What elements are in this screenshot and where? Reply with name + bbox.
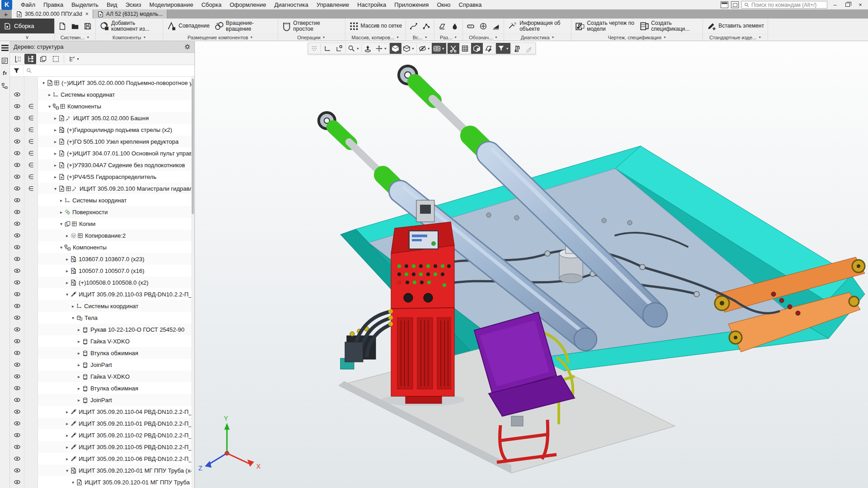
sketch-plane-button[interactable] xyxy=(483,43,495,54)
tree-row[interactable]: ∈▾Компоненты xyxy=(10,100,194,112)
zoom-button[interactable]: ▼ xyxy=(346,43,361,54)
orientation-button[interactable] xyxy=(362,43,374,54)
tree-row[interactable]: ▸Втулка обжимная xyxy=(10,382,194,394)
visibility-eye-icon[interactable] xyxy=(10,335,24,347)
ribbon-group-label[interactable]: Вс...▼ xyxy=(406,33,434,41)
visibility-eye-icon[interactable] xyxy=(10,136,24,147)
tree-search-input[interactable] xyxy=(24,65,194,76)
expander-icon[interactable]: ▾ xyxy=(70,480,76,485)
menu-item-5[interactable]: Моделирование xyxy=(145,0,197,9)
expander-icon[interactable]: ▾ xyxy=(58,245,64,250)
expander-icon[interactable]: ▾ xyxy=(47,104,52,109)
display-wireframe-button[interactable]: ▼ xyxy=(401,43,416,54)
grid-display-button[interactable] xyxy=(459,43,471,54)
visibility-eye-icon[interactable] xyxy=(10,218,24,230)
visibility-eye-icon[interactable] xyxy=(10,159,24,171)
tree-sections-button[interactable]: 1.11.2 xyxy=(12,54,24,64)
menu-item-4[interactable]: Эскиз xyxy=(121,0,145,9)
ribbon-group-label[interactable]: Компоненты▼ xyxy=(96,33,163,41)
chevron-down-icon[interactable]: ▼ xyxy=(427,47,430,50)
ribbon-group-label[interactable]: Массив, копиров...▼ xyxy=(345,33,406,41)
ribbon-group-label[interactable]: Стандартные изде...▼ xyxy=(703,33,768,41)
tree-row[interactable]: ▸Копирование:2 xyxy=(10,230,194,241)
tree-row[interactable]: ▸ИЦИТ 305.09.20.110-04 РВД-DN10.2.2-П_П-… xyxy=(10,406,194,418)
new-tab-button[interactable]: + xyxy=(0,9,12,19)
tree-row[interactable]: ∈▸(+)Гидроцилиндр подъема стрелы (x2) xyxy=(10,124,194,136)
expander-icon[interactable]: ▸ xyxy=(64,421,70,426)
menu-item-11[interactable]: Приложения xyxy=(390,0,433,9)
structure-panel-icon[interactable] xyxy=(1,82,9,90)
expander-icon[interactable]: ▾ xyxy=(58,221,64,226)
tree-row[interactable]: ▾(−)ИЦИТ 305.02.00.000 Подъемно-поворотн… xyxy=(10,77,194,89)
menu-item-13[interactable]: Справка xyxy=(455,0,486,9)
ribbon-group-label[interactable]: Размещение компонентов▼ xyxy=(163,33,278,41)
funnel-icon[interactable] xyxy=(10,65,24,76)
menu-item-6[interactable]: Сборка xyxy=(197,0,226,9)
tree-row[interactable]: ▸Гайка V-XDKO xyxy=(10,335,194,347)
visibility-eye-icon[interactable] xyxy=(10,89,24,100)
expander-icon[interactable]: ▸ xyxy=(76,398,82,403)
spline-button[interactable] xyxy=(407,19,420,33)
screen-settings-icon[interactable] xyxy=(731,1,739,8)
expander-icon[interactable]: ▾ xyxy=(41,80,47,85)
move-component-button[interactable]: ▼ xyxy=(374,43,388,54)
visibility-eye-icon[interactable] xyxy=(10,394,24,406)
chevron-down-icon[interactable]: ▼ xyxy=(442,47,445,50)
visibility-eye-icon[interactable] xyxy=(10,312,24,324)
expander-icon[interactable]: ▸ xyxy=(76,351,82,356)
tree-row[interactable]: ▸100507.0 100507.0 (x16) xyxy=(10,265,194,277)
wedge-button[interactable] xyxy=(490,19,502,33)
tree-row[interactable]: ▸103607.0 103607.0 (x23) xyxy=(10,253,194,265)
rotation-button[interactable]: Вращение-вращение xyxy=(212,19,276,33)
expander-icon[interactable]: ▸ xyxy=(76,386,82,391)
tree-row[interactable]: ▾ИЦИТ 305.09.20.110-03 РВД-DN10.2.2-П_П-… xyxy=(10,288,194,300)
ribbon-group-label[interactable]: Системн...▼ xyxy=(55,33,95,41)
tree-row[interactable]: ▸Системы координат xyxy=(10,89,194,100)
expander-icon[interactable]: ▸ xyxy=(70,304,76,309)
expander-icon[interactable]: ▸ xyxy=(52,151,58,156)
tree-row[interactable]: ▾ИЦИТ 305.09.20.120-01 МГ ППУ Труба (1) xyxy=(10,476,194,488)
newdoc-button[interactable] xyxy=(56,19,69,33)
filter-objects-button[interactable]: ▼ xyxy=(496,43,510,54)
visibility-eye-icon[interactable] xyxy=(10,253,24,265)
document-tab-1[interactable]: АЛ 52 (6312) модель... xyxy=(93,9,167,19)
expander-icon[interactable]: ▸ xyxy=(64,456,70,461)
display-shaded-button[interactable] xyxy=(390,43,401,54)
expander-icon[interactable]: ▾ xyxy=(70,315,76,320)
visibility-eye-icon[interactable] xyxy=(10,453,24,465)
expander-icon[interactable]: ▸ xyxy=(64,409,70,414)
info-button[interactable]: ?Информация об объекте xyxy=(505,19,570,33)
tree-row[interactable]: ∈▾ИЦИТ 305.09.20.100 Магистрали гидравли… xyxy=(10,183,194,194)
model-scene[interactable]: Y X Z xyxy=(195,41,868,488)
ribbon-group-label[interactable]: Операции▼ xyxy=(278,33,345,41)
menu-item-0[interactable]: Файл xyxy=(17,0,39,9)
visibility-eye-icon[interactable] xyxy=(10,124,24,136)
menu-item-2[interactable]: Выделить xyxy=(67,0,103,9)
expander-icon[interactable]: ▸ xyxy=(58,198,64,203)
insert-button[interactable]: Вставить элемент xyxy=(704,19,766,33)
tree-row[interactable]: ∈▸(+)ИЦИТ 304.07.01.100 Основной пульт у… xyxy=(10,147,194,159)
tree-row[interactable]: ▸Рукав 10-22-120-О ГОСТ 25452-90 xyxy=(10,324,194,335)
spec-button[interactable]: Создать спецификаци... xyxy=(637,19,701,33)
ribbon-group-label[interactable]: Диагностика▼ xyxy=(504,33,571,41)
tree-row[interactable]: ▸(+)100508.0 100508.0 (x2) xyxy=(10,277,194,288)
tree-selection-button[interactable] xyxy=(50,54,61,64)
scene-visibility-button[interactable]: ▼ xyxy=(432,43,446,54)
array-button[interactable]: Массив по сетке xyxy=(347,19,405,33)
expander-icon[interactable]: ▸ xyxy=(47,92,52,97)
menu-item-8[interactable]: Диагностика xyxy=(270,0,312,9)
coordsys-placement-button[interactable] xyxy=(333,43,345,54)
tree-row[interactable]: ▾Копии xyxy=(10,218,194,230)
expander-icon[interactable]: ▾ xyxy=(64,292,70,297)
visibility-eye-icon[interactable] xyxy=(10,429,24,441)
visibility-eye-icon[interactable] xyxy=(10,277,24,288)
ribbon-group-label[interactable]: Обознач...▼ xyxy=(463,33,504,41)
expander-icon[interactable]: ▸ xyxy=(52,163,58,168)
visibility-eye-icon[interactable] xyxy=(10,112,24,124)
expander-icon[interactable]: ▸ xyxy=(52,127,58,132)
hamburger-icon[interactable] xyxy=(1,44,9,52)
menu-item-10[interactable]: Настройка xyxy=(353,0,390,9)
menu-item-12[interactable]: Окно xyxy=(433,0,454,9)
ribbon-group-label[interactable]: Чертеж, спецификация▼ xyxy=(571,33,703,41)
expander-icon[interactable]: ▸ xyxy=(64,445,70,450)
